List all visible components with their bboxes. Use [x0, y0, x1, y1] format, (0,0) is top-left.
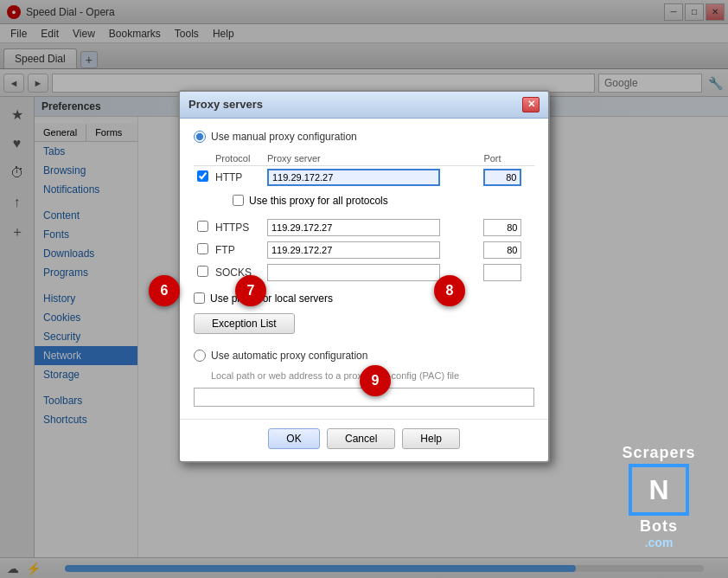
auto-proxy-radio[interactable]	[194, 350, 206, 362]
annotation-7: 7	[235, 275, 266, 306]
use-all-protocols-label: Use this proxy for all protocols	[249, 195, 388, 207]
watermark: Scrapers N Bots .com	[590, 436, 728, 557]
main-layout: ● Speed Dial - Opera ─ □ ✕ File Edit Vie…	[0, 0, 728, 578]
manual-proxy-radio[interactable]	[194, 131, 206, 143]
protocol-table: Protocol Proxy server Port HTTP	[194, 151, 534, 284]
watermark-n: N	[648, 474, 668, 506]
socks-checkbox[interactable]	[197, 266, 208, 277]
table-row: FTP	[194, 239, 534, 261]
https-server-input[interactable]	[267, 219, 440, 236]
col-proxy-server: Proxy server	[264, 151, 480, 166]
use-all-protocols: Use this proxy for all protocols	[233, 195, 531, 207]
https-label: HTTPS	[212, 216, 264, 239]
ftp-label: FTP	[212, 239, 264, 261]
ok-button[interactable]: OK	[268, 428, 320, 449]
manual-proxy-label: Use manual proxy configuration	[211, 131, 357, 143]
socks-port-input[interactable]	[483, 264, 521, 281]
cancel-button[interactable]: Cancel	[327, 428, 395, 449]
table-row: HTTPS	[194, 216, 534, 239]
http-checkbox[interactable]	[197, 170, 208, 182]
proxy-servers-dialog: Proxy servers ✕ Use manual proxy configu…	[178, 90, 550, 463]
dialog-title-bar: Proxy servers ✕	[180, 92, 548, 119]
dialog-close-button[interactable]: ✕	[522, 97, 540, 112]
ftp-server-input[interactable]	[267, 241, 440, 259]
ftp-checkbox[interactable]	[197, 243, 208, 254]
exception-list-button[interactable]: Exception List	[194, 313, 295, 334]
col-protocol: Protocol	[212, 151, 264, 166]
watermark-com: .com	[645, 536, 674, 549]
watermark-n-box: N	[629, 464, 689, 516]
col-port: Port	[480, 151, 534, 166]
dialog-buttons: OK Cancel Help	[180, 419, 548, 461]
use-proxy-local-label: Use proxy for local servers	[210, 292, 333, 305]
https-checkbox[interactable]	[197, 221, 208, 232]
http-port-input[interactable]	[483, 169, 521, 186]
dialog-title: Proxy servers	[188, 98, 263, 111]
annotation-8: 8	[434, 275, 465, 306]
table-row: HTTP	[194, 165, 534, 189]
https-port-input[interactable]	[483, 219, 521, 236]
ftp-port-input[interactable]	[483, 241, 521, 259]
annotation-6: 6	[149, 275, 180, 306]
http-label: HTTP	[212, 165, 264, 189]
help-button[interactable]: Help	[402, 428, 460, 449]
auto-proxy-label: Use automatic proxy configuration	[211, 350, 367, 362]
table-row: Use this proxy for all protocols	[194, 189, 534, 216]
socks-server-input[interactable]	[267, 264, 440, 281]
use-proxy-local-checkbox[interactable]	[194, 292, 205, 304]
watermark-scrapers: Scrapers	[622, 444, 695, 462]
auto-proxy-option: Use automatic proxy configuration	[194, 350, 534, 362]
use-all-protocols-checkbox[interactable]	[233, 195, 244, 206]
watermark-bots: Bots	[640, 517, 678, 536]
http-server-input[interactable]	[267, 169, 440, 186]
annotation-9: 9	[360, 365, 391, 396]
manual-proxy-option: Use manual proxy configuration	[194, 131, 534, 143]
